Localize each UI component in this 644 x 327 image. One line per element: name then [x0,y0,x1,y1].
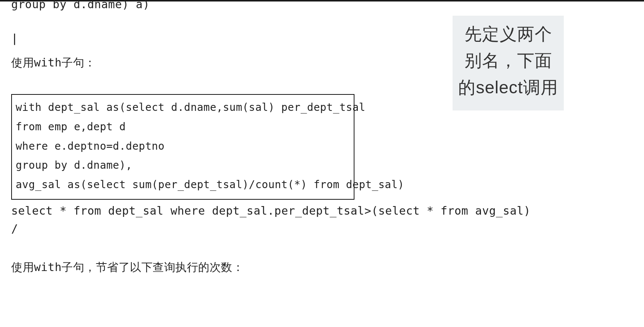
code-line: where e.deptno=d.deptno [16,137,350,156]
code-line: avg_sal as(select sum(per_dept_tsal)/cou… [16,175,350,194]
heading-savings: 使用with子句，节省了以下查询执行的次数： [11,258,633,276]
code-line-slash: / [11,220,633,238]
truncated-top-code: group by d.dname) a) [11,0,633,13]
annotation-callout: 先定义两个别名，下面的select调用 [453,16,564,110]
code-line: from emp e,dept d [16,117,350,137]
code-line-select: select * from dept_sal where dept_sal.pe… [11,202,633,220]
code-line: with dept_sal as(select d.dname,sum(sal)… [16,98,350,117]
code-line: group by d.dname), [16,156,350,175]
code-box-with-clause: with dept_sal as(select d.dname,sum(sal)… [11,94,354,200]
annotation-text: 先定义两个别名，下面的select调用 [458,24,558,97]
